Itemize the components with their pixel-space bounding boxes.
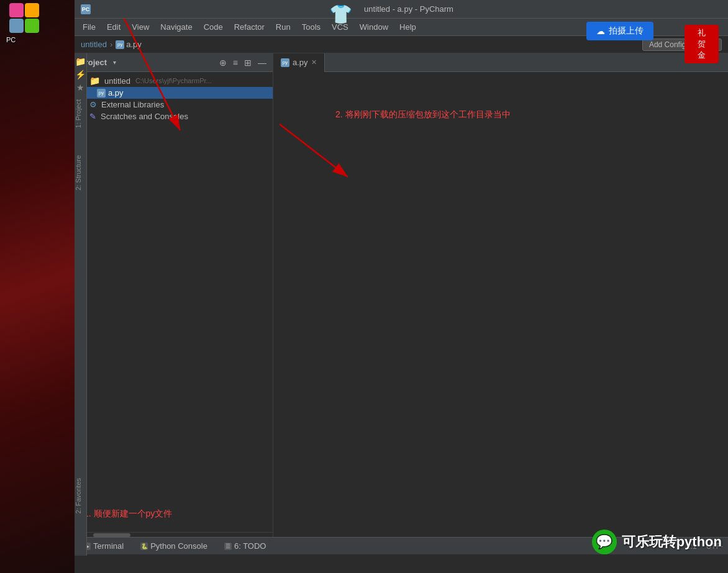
todo-tab[interactable]: ☰ 6: TODO	[221, 539, 270, 553]
todo-label: 6: TODO	[234, 541, 266, 551]
menu-code[interactable]: Code	[199, 20, 228, 34]
badge-line3: 金	[688, 50, 715, 61]
structure-vertical-label[interactable]: 2: Structure	[75, 155, 82, 191]
pycharm-window: PC untitled - a.py - PyCharm File Edit V…	[75, 0, 728, 573]
annotation-step2: 2. 将刚刚下载的压缩包放到这个工作目录当中	[335, 109, 511, 120]
favorites-vertical-label[interactable]: 2: Favorites	[75, 478, 82, 513]
desktop-background	[0, 0, 75, 573]
project-panel: Project ▾ ⊕ ≡ ⊞ — ▼ 📁 untitled C:\Users\…	[75, 53, 273, 537]
python-console-tab[interactable]: 🐍 Python Console	[137, 539, 211, 553]
pycharm-icon: PC	[81, 4, 91, 14]
jb-cell-3	[9, 19, 24, 33]
menu-window[interactable]: Window	[355, 20, 393, 34]
tab-py-icon: py	[281, 58, 289, 67]
root-folder-icon: 📁	[89, 76, 100, 86]
scratches-icon: ✎	[89, 112, 96, 121]
ext-lib-icon: ⚙	[89, 100, 97, 109]
project-tree: ▼ 📁 untitled C:\Users\yjf\PycharmPr... p…	[75, 72, 273, 496]
project-dropdown-icon[interactable]: ▾	[113, 59, 116, 66]
editor-tab-bar: py a.py ✕	[273, 53, 728, 72]
badge-line2: 贺	[688, 38, 715, 50]
editor-area[interactable]: 2. 将刚刚下载的压缩包放到这个工作目录当中	[273, 72, 728, 537]
upload-button[interactable]: ☁ 拍摄上传	[586, 22, 653, 40]
project-vertical-label[interactable]: 1: Project	[75, 99, 82, 128]
python-console-icon: 🐍	[140, 543, 148, 550]
python-console-label: Python Console	[150, 541, 207, 551]
red-badge: 礼 贺 金	[685, 25, 719, 63]
upload-area: ☁ 拍摄上传	[586, 22, 653, 40]
tab-filename: a.py	[293, 58, 308, 67]
breadcrumb-separator: ›	[110, 40, 112, 49]
breadcrumb-file: py a.py	[116, 40, 142, 49]
ext-lib-label: External Libraries	[101, 100, 164, 109]
menu-refactor[interactable]: Refactor	[229, 20, 270, 34]
editor-tab-apy[interactable]: py a.py ✕	[273, 53, 325, 72]
menu-run[interactable]: Run	[271, 20, 296, 34]
menu-file[interactable]: File	[78, 20, 101, 34]
collapse-toolbar-btn[interactable]: ≡	[232, 56, 239, 69]
menu-edit[interactable]: Edit	[102, 20, 125, 34]
bottom-right-info: 1:1 UTF-	[686, 542, 723, 551]
py-file-tree-icon: py	[97, 89, 106, 97]
annotation-step1: 1. 顺便新建一个py文件	[75, 496, 273, 532]
jb-cell-4	[25, 19, 39, 33]
project-scrollbar[interactable]	[75, 532, 273, 537]
root-folder-name: untitled	[104, 76, 130, 86]
terminal-label: Terminal	[93, 541, 124, 551]
menu-view[interactable]: View	[127, 20, 154, 34]
sync-toolbar-btn[interactable]: ⊕	[218, 56, 228, 69]
structure-icon[interactable]: ⚡	[76, 70, 86, 79]
jb-cell-2	[25, 3, 39, 17]
menu-help[interactable]: Help	[394, 20, 421, 34]
menu-tools[interactable]: Tools	[297, 20, 325, 34]
tree-file-name: a.py	[108, 88, 124, 97]
expand-toolbar-btn[interactable]: ⊞	[243, 56, 253, 69]
cloud-upload-icon: ☁	[596, 26, 605, 36]
jetbrains-app-icon[interactable]	[9, 3, 47, 40]
tree-scratches[interactable]: ▶ ✎ Scratches and Consoles	[75, 111, 273, 122]
tshirt-icon: 👕	[329, 3, 352, 25]
jetbrains-label: PC	[6, 36, 16, 43]
close-panel-btn[interactable]: —	[257, 56, 268, 69]
cursor-position: 1:1	[686, 542, 697, 551]
root-path: C:\Users\yjf\PycharmPr...	[135, 77, 212, 84]
annotation-step2-text: 2. 将刚刚下载的压缩包放到这个工作目录当中	[335, 109, 511, 119]
upload-button-label: 拍摄上传	[609, 25, 644, 37]
project-toolbar: Project ▾ ⊕ ≡ ⊞ —	[75, 53, 273, 72]
encoding-label: UTF-	[706, 542, 723, 551]
menu-navigate[interactable]: Navigate	[155, 20, 197, 34]
main-area: Project ▾ ⊕ ≡ ⊞ — ▼ 📁 untitled C:\Users\…	[75, 53, 728, 537]
breadcrumb-filename: a.py	[126, 40, 142, 49]
badge-line1: 礼	[688, 27, 715, 38]
py-file-icon-breadcrumb: py	[116, 40, 124, 49]
project-scrollbar-thumb	[93, 533, 130, 537]
tree-file-apy[interactable]: py a.py	[75, 87, 273, 99]
scratches-label: Scratches and Consoles	[101, 112, 188, 121]
tree-root-folder[interactable]: ▼ 📁 untitled C:\Users\yjf\PycharmPr...	[75, 74, 273, 87]
tab-close-btn[interactable]: ✕	[311, 58, 317, 66]
tree-external-libraries[interactable]: ▶ ⚙ External Libraries	[75, 99, 273, 111]
right-panels: py a.py ✕ 2. 将刚刚下载的压缩包放到这个工作目录当中	[273, 53, 728, 537]
breadcrumb-project[interactable]: untitled	[81, 40, 107, 49]
title-bar: PC untitled - a.py - PyCharm	[75, 0, 728, 19]
window-title: untitled - a.py - PyCharm	[96, 4, 722, 14]
jb-cell-1	[9, 3, 24, 17]
bookmark-icon[interactable]: ★	[76, 83, 86, 92]
project-view-icon[interactable]: 📁	[76, 56, 86, 66]
bottom-bar: ▶ Terminal 🐍 Python Console ☰ 6: TODO 1:…	[75, 537, 728, 554]
todo-icon: ☰	[224, 543, 232, 550]
annotation-step1-text: 1. 顺便新建一个py文件	[84, 508, 172, 518]
